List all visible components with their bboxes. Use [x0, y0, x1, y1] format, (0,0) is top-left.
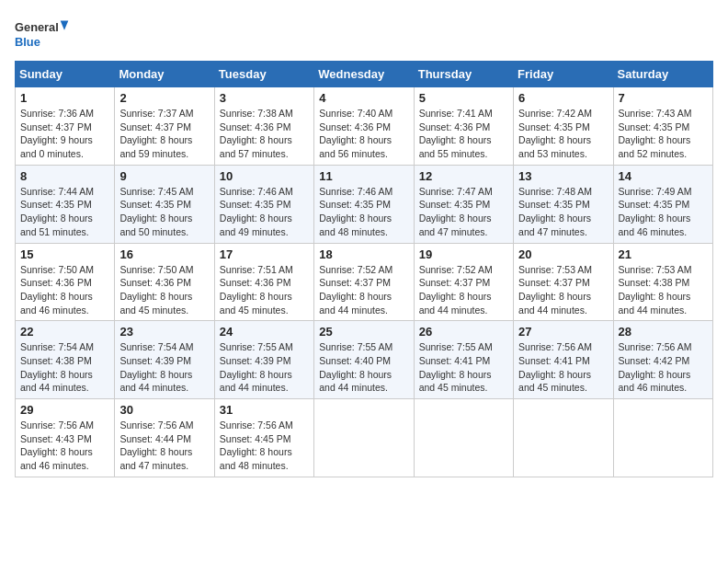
calendar-week-row: 8Sunrise: 7:44 AMSunset: 4:35 PMDaylight…	[16, 165, 713, 243]
day-number: 14	[619, 169, 708, 183]
day-number: 7	[619, 91, 708, 105]
day-number: 2	[119, 91, 209, 105]
day-info: Sunrise: 7:36 AMSunset: 4:37 PMDaylight:…	[20, 107, 109, 161]
day-number: 26	[419, 325, 508, 339]
calendar-header-cell: Wednesday	[314, 62, 414, 87]
calendar-header-cell: Saturday	[613, 62, 712, 87]
page-header: General Blue	[15, 15, 713, 53]
day-info: Sunrise: 7:55 AMSunset: 4:39 PMDaylight:…	[220, 340, 309, 395]
day-number: 24	[220, 325, 309, 339]
day-number: 31	[220, 403, 309, 417]
calendar-cell: 9Sunrise: 7:45 AMSunset: 4:35 PMDaylight…	[115, 165, 214, 243]
day-info: Sunrise: 7:55 AMSunset: 4:41 PMDaylight:…	[419, 340, 508, 395]
day-number: 16	[119, 247, 209, 261]
day-info: Sunrise: 7:56 AMSunset: 4:45 PMDaylight:…	[220, 419, 309, 473]
day-number: 21	[619, 247, 708, 261]
day-info: Sunrise: 7:43 AMSunset: 4:35 PMDaylight:…	[619, 107, 708, 161]
calendar-cell: 10Sunrise: 7:46 AMSunset: 4:35 PMDayligh…	[214, 165, 313, 243]
calendar-table: SundayMondayTuesdayWednesdayThursdayFrid…	[15, 61, 713, 477]
calendar-cell: 20Sunrise: 7:53 AMSunset: 4:37 PMDayligh…	[514, 243, 613, 321]
calendar-cell: 11Sunrise: 7:46 AMSunset: 4:35 PMDayligh…	[314, 165, 414, 243]
calendar-cell: 25Sunrise: 7:55 AMSunset: 4:40 PMDayligh…	[314, 321, 414, 399]
day-info: Sunrise: 7:53 AMSunset: 4:38 PMDaylight:…	[619, 263, 708, 317]
day-number: 18	[319, 247, 408, 261]
day-number: 3	[220, 91, 309, 105]
day-info: Sunrise: 7:46 AMSunset: 4:35 PMDaylight:…	[220, 185, 309, 239]
day-info: Sunrise: 7:52 AMSunset: 4:37 PMDaylight:…	[319, 263, 408, 317]
day-info: Sunrise: 7:45 AMSunset: 4:35 PMDaylight:…	[119, 185, 209, 239]
day-info: Sunrise: 7:46 AMSunset: 4:35 PMDaylight:…	[319, 185, 408, 239]
day-number: 11	[319, 169, 408, 183]
calendar-cell: 3Sunrise: 7:38 AMSunset: 4:36 PMDaylight…	[214, 87, 313, 166]
svg-marker-2	[61, 20, 69, 29]
day-number: 10	[220, 169, 309, 183]
day-info: Sunrise: 7:47 AMSunset: 4:35 PMDaylight:…	[419, 185, 508, 239]
day-info: Sunrise: 7:51 AMSunset: 4:36 PMDaylight:…	[220, 263, 309, 317]
day-info: Sunrise: 7:56 AMSunset: 4:41 PMDaylight:…	[518, 340, 608, 395]
day-info: Sunrise: 7:44 AMSunset: 4:35 PMDaylight:…	[20, 185, 109, 239]
day-number: 29	[20, 403, 109, 417]
day-info: Sunrise: 7:48 AMSunset: 4:35 PMDaylight:…	[518, 185, 608, 239]
day-number: 17	[220, 247, 309, 261]
day-info: Sunrise: 7:40 AMSunset: 4:36 PMDaylight:…	[319, 107, 408, 161]
calendar-cell: 12Sunrise: 7:47 AMSunset: 4:35 PMDayligh…	[414, 165, 513, 243]
day-number: 27	[518, 325, 608, 339]
calendar-cell: 1Sunrise: 7:36 AMSunset: 4:37 PMDaylight…	[16, 87, 115, 166]
calendar-cell: 31Sunrise: 7:56 AMSunset: 4:45 PMDayligh…	[214, 399, 313, 477]
calendar-cell: 29Sunrise: 7:56 AMSunset: 4:43 PMDayligh…	[16, 399, 115, 477]
calendar-cell: 23Sunrise: 7:54 AMSunset: 4:39 PMDayligh…	[115, 321, 214, 399]
calendar-cell: 19Sunrise: 7:52 AMSunset: 4:37 PMDayligh…	[414, 243, 513, 321]
day-info: Sunrise: 7:38 AMSunset: 4:36 PMDaylight:…	[220, 107, 309, 161]
calendar-body: 1Sunrise: 7:36 AMSunset: 4:37 PMDaylight…	[16, 87, 713, 477]
calendar-cell: 7Sunrise: 7:43 AMSunset: 4:35 PMDaylight…	[613, 87, 712, 166]
calendar-cell: 2Sunrise: 7:37 AMSunset: 4:37 PMDaylight…	[115, 87, 214, 166]
calendar-cell: 5Sunrise: 7:41 AMSunset: 4:36 PMDaylight…	[414, 87, 513, 166]
calendar-cell: 18Sunrise: 7:52 AMSunset: 4:37 PMDayligh…	[314, 243, 414, 321]
calendar-header-cell: Friday	[514, 62, 613, 87]
calendar-cell	[613, 399, 712, 477]
day-info: Sunrise: 7:37 AMSunset: 4:37 PMDaylight:…	[119, 107, 209, 161]
day-info: Sunrise: 7:54 AMSunset: 4:38 PMDaylight:…	[20, 340, 109, 395]
calendar-header-cell: Sunday	[16, 62, 115, 87]
day-number: 6	[518, 91, 608, 105]
day-info: Sunrise: 7:56 AMSunset: 4:44 PMDaylight:…	[119, 419, 209, 473]
day-info: Sunrise: 7:41 AMSunset: 4:36 PMDaylight:…	[419, 107, 508, 161]
day-number: 13	[518, 169, 608, 183]
day-number: 4	[319, 91, 408, 105]
day-number: 22	[20, 325, 109, 339]
day-number: 25	[319, 325, 408, 339]
calendar-cell: 16Sunrise: 7:50 AMSunset: 4:36 PMDayligh…	[115, 243, 214, 321]
day-number: 12	[419, 169, 508, 183]
day-info: Sunrise: 7:52 AMSunset: 4:37 PMDaylight:…	[419, 263, 508, 317]
calendar-cell: 17Sunrise: 7:51 AMSunset: 4:36 PMDayligh…	[214, 243, 313, 321]
calendar-header-cell: Thursday	[414, 62, 513, 87]
calendar-cell: 26Sunrise: 7:55 AMSunset: 4:41 PMDayligh…	[414, 321, 513, 399]
calendar-cell: 21Sunrise: 7:53 AMSunset: 4:38 PMDayligh…	[613, 243, 712, 321]
calendar-cell	[314, 399, 414, 477]
day-number: 19	[419, 247, 508, 261]
day-info: Sunrise: 7:53 AMSunset: 4:37 PMDaylight:…	[518, 263, 608, 317]
day-number: 1	[20, 91, 109, 105]
calendar-cell: 22Sunrise: 7:54 AMSunset: 4:38 PMDayligh…	[16, 321, 115, 399]
svg-text:Blue: Blue	[15, 35, 40, 49]
day-number: 9	[119, 169, 209, 183]
day-info: Sunrise: 7:50 AMSunset: 4:36 PMDaylight:…	[20, 263, 109, 317]
calendar-cell: 14Sunrise: 7:49 AMSunset: 4:35 PMDayligh…	[613, 165, 712, 243]
svg-text:General: General	[15, 20, 59, 34]
calendar-cell	[414, 399, 513, 477]
calendar-cell: 27Sunrise: 7:56 AMSunset: 4:41 PMDayligh…	[514, 321, 613, 399]
day-number: 5	[419, 91, 508, 105]
day-info: Sunrise: 7:42 AMSunset: 4:35 PMDaylight:…	[518, 107, 608, 161]
calendar-cell: 15Sunrise: 7:50 AMSunset: 4:36 PMDayligh…	[16, 243, 115, 321]
day-number: 20	[518, 247, 608, 261]
logo-svg: General Blue	[15, 15, 70, 53]
day-info: Sunrise: 7:55 AMSunset: 4:40 PMDaylight:…	[319, 340, 408, 395]
logo: General Blue	[15, 15, 70, 53]
calendar-cell: 13Sunrise: 7:48 AMSunset: 4:35 PMDayligh…	[514, 165, 613, 243]
calendar-cell	[514, 399, 613, 477]
calendar-week-row: 15Sunrise: 7:50 AMSunset: 4:36 PMDayligh…	[16, 243, 713, 321]
day-info: Sunrise: 7:50 AMSunset: 4:36 PMDaylight:…	[119, 263, 209, 317]
day-info: Sunrise: 7:49 AMSunset: 4:35 PMDaylight:…	[619, 185, 708, 239]
day-number: 8	[20, 169, 109, 183]
day-info: Sunrise: 7:56 AMSunset: 4:43 PMDaylight:…	[20, 419, 109, 473]
